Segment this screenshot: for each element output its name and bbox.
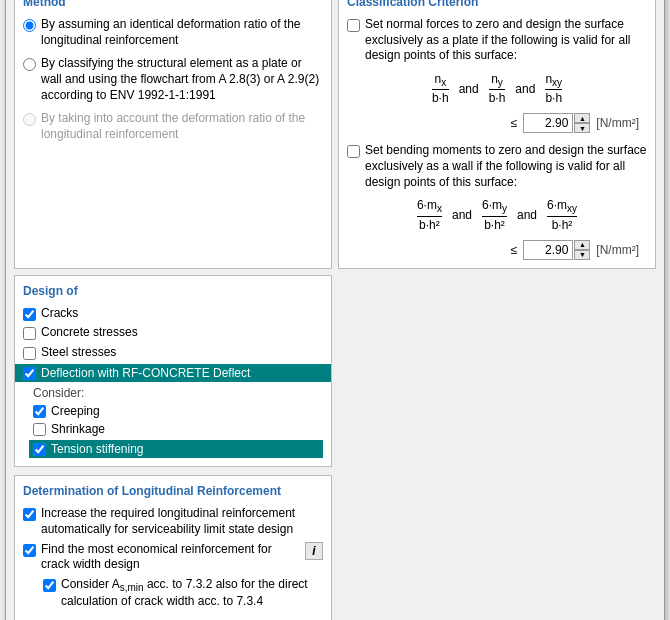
consider-label: Consider: bbox=[33, 386, 323, 400]
frac6-den: b·h² bbox=[552, 218, 573, 232]
concrete-stresses-checkbox[interactable] bbox=[23, 327, 36, 340]
frac5-den: b·h² bbox=[484, 218, 505, 232]
frac6-num: 6·mxy bbox=[547, 198, 577, 214]
design-title: Design of bbox=[23, 284, 323, 298]
method-option-1[interactable]: By assuming an identical deformation rat… bbox=[23, 17, 323, 48]
normal-forces-checkbox-row[interactable]: Set normal forces to zero and design the… bbox=[347, 17, 647, 64]
reinforcement-panel: Determination of Longitudinal Reinforcem… bbox=[14, 475, 332, 620]
method-radio-2[interactable] bbox=[23, 58, 36, 71]
deflection-label: Deflection with RF-CONCRETE Deflect bbox=[41, 366, 250, 380]
fraction-nxy: nxy b·h bbox=[545, 72, 562, 105]
dialog-body: Method By assuming an identical deformat… bbox=[6, 0, 664, 475]
reinforcement-title: Determination of Longitudinal Reinforcem… bbox=[23, 484, 323, 498]
frac1-num: nx bbox=[434, 72, 446, 88]
method-option-3[interactable]: By taking into account the deformation r… bbox=[23, 111, 323, 142]
normal-forces-checkbox[interactable] bbox=[347, 19, 360, 32]
fraction-mx: 6·mx b·h² bbox=[417, 198, 442, 231]
frac1-den: b·h bbox=[432, 91, 449, 105]
bending-moments-checkbox-row[interactable]: Set bending moments to zero and design t… bbox=[347, 143, 647, 190]
steel-stresses-checkbox[interactable] bbox=[23, 347, 36, 360]
as-min-indent: Consider As,min acc. to 7.3.2 also for t… bbox=[43, 577, 323, 610]
creeping-row[interactable]: Creeping bbox=[33, 404, 323, 418]
and-text-4: and bbox=[517, 208, 537, 222]
info-icon[interactable]: i bbox=[305, 542, 323, 560]
as-min-row[interactable]: Consider As,min acc. to 7.3.2 also for t… bbox=[43, 577, 323, 610]
leq-symbol-2: ≤ bbox=[511, 243, 518, 257]
unit-label-2: [N/mm²] bbox=[596, 243, 639, 257]
steel-stresses-label: Steel stresses bbox=[41, 345, 116, 361]
frac3-den: b·h bbox=[545, 91, 562, 105]
shrinkage-row[interactable]: Shrinkage bbox=[33, 422, 323, 436]
value-input-2[interactable] bbox=[523, 240, 573, 260]
increase-reinforcement-label: Increase the required longitudinal reinf… bbox=[41, 506, 323, 537]
concrete-stresses-row[interactable]: Concrete stresses bbox=[23, 325, 323, 341]
crack-width-row: Find the most economical reinforcement f… bbox=[23, 542, 323, 573]
spinner-buttons-1[interactable]: ▲ ▼ bbox=[574, 113, 590, 133]
increase-reinforcement-row[interactable]: Increase the required longitudinal reinf… bbox=[23, 506, 323, 537]
bending-moments-label: Set bending moments to zero and design t… bbox=[365, 143, 647, 190]
tension-stiffening-checkbox[interactable] bbox=[33, 443, 46, 456]
consider-section: Consider: Creeping Shrinkage Tension sti… bbox=[33, 386, 323, 458]
as-min-checkbox[interactable] bbox=[43, 579, 56, 592]
creeping-label: Creeping bbox=[51, 404, 100, 418]
bottom-section: Determination of Longitudinal Reinforcem… bbox=[6, 475, 664, 620]
method-label-1: By assuming an identical deformation rat… bbox=[41, 17, 323, 48]
fraction-my: 6·my b·h² bbox=[482, 198, 507, 231]
method-radio-3[interactable] bbox=[23, 113, 36, 126]
method-label-3: By taking into account the deformation r… bbox=[41, 111, 323, 142]
tension-stiffening-label: Tension stiffening bbox=[51, 442, 144, 456]
shrinkage-label: Shrinkage bbox=[51, 422, 105, 436]
classification-title: Classification Criterion bbox=[347, 0, 647, 9]
and-text-2: and bbox=[515, 82, 535, 96]
steel-stresses-row[interactable]: Steel stresses bbox=[23, 345, 323, 361]
increase-reinforcement-checkbox[interactable] bbox=[23, 508, 36, 521]
cracks-row[interactable]: Cracks bbox=[23, 306, 323, 322]
leq-symbol-1: ≤ bbox=[511, 116, 518, 130]
spinner-up-2[interactable]: ▲ bbox=[574, 240, 590, 250]
fraction-display-2: 6·mx b·h² and 6·my b·h² and 6·mxy b·h² bbox=[347, 198, 647, 231]
method-title: Method bbox=[23, 0, 323, 9]
economical-reinforcement-checkbox[interactable] bbox=[23, 544, 36, 557]
fraction-mxy: 6·mxy b·h² bbox=[547, 198, 577, 231]
shrinkage-checkbox[interactable] bbox=[33, 423, 46, 436]
cracks-checkbox[interactable] bbox=[23, 308, 36, 321]
deflection-checkbox[interactable] bbox=[23, 367, 36, 380]
and-text-1: and bbox=[459, 82, 479, 96]
cracks-label: Cracks bbox=[41, 306, 78, 322]
economical-reinforcement-label: Find the most economical reinforcement f… bbox=[41, 542, 300, 573]
and-text-3: and bbox=[452, 208, 472, 222]
right-spacer bbox=[338, 475, 656, 620]
main-dialog: Settings for Analytical Method of Servic… bbox=[5, 0, 665, 620]
method-radio-1[interactable] bbox=[23, 19, 36, 32]
frac4-num: 6·mx bbox=[417, 198, 442, 214]
fraction-nx: nx b·h bbox=[432, 72, 449, 105]
method-label-2: By classifying the structural element as… bbox=[41, 56, 323, 103]
frac2-num: ny bbox=[491, 72, 503, 88]
concrete-stresses-label: Concrete stresses bbox=[41, 325, 138, 341]
method-option-2[interactable]: By classifying the structural element as… bbox=[23, 56, 323, 103]
frac4-den: b·h² bbox=[419, 218, 440, 232]
spinner-down-1[interactable]: ▼ bbox=[574, 123, 590, 133]
fraction-ny: ny b·h bbox=[489, 72, 506, 105]
design-panel: Design of Cracks Concrete stresses Steel… bbox=[14, 275, 332, 468]
unit-label-1: [N/mm²] bbox=[596, 116, 639, 130]
spinner-up-1[interactable]: ▲ bbox=[574, 113, 590, 123]
frac5-num: 6·my bbox=[482, 198, 507, 214]
frac3-num: nxy bbox=[545, 72, 562, 88]
frac2-den: b·h bbox=[489, 91, 506, 105]
leq-row-2: ≤ ▲ ▼ [N/mm²] bbox=[347, 240, 647, 260]
tension-stiffening-row[interactable]: Tension stiffening bbox=[29, 440, 323, 458]
spinner-2[interactable]: ▲ ▼ bbox=[523, 240, 590, 260]
classification-panel: Classification Criterion Set normal forc… bbox=[338, 0, 656, 269]
normal-forces-label: Set normal forces to zero and design the… bbox=[365, 17, 647, 64]
spinner-down-2[interactable]: ▼ bbox=[574, 250, 590, 260]
deflection-row-highlighted[interactable]: Deflection with RF-CONCRETE Deflect bbox=[15, 364, 331, 382]
spinner-buttons-2[interactable]: ▲ ▼ bbox=[574, 240, 590, 260]
value-input-1[interactable] bbox=[523, 113, 573, 133]
bending-moments-checkbox[interactable] bbox=[347, 145, 360, 158]
fraction-display-1: nx b·h and ny b·h and nxy b·h bbox=[347, 72, 647, 105]
spinner-1[interactable]: ▲ ▼ bbox=[523, 113, 590, 133]
creeping-checkbox[interactable] bbox=[33, 405, 46, 418]
as-min-label: Consider As,min acc. to 7.3.2 also for t… bbox=[61, 577, 323, 610]
leq-row-1: ≤ ▲ ▼ [N/mm²] bbox=[347, 113, 647, 133]
